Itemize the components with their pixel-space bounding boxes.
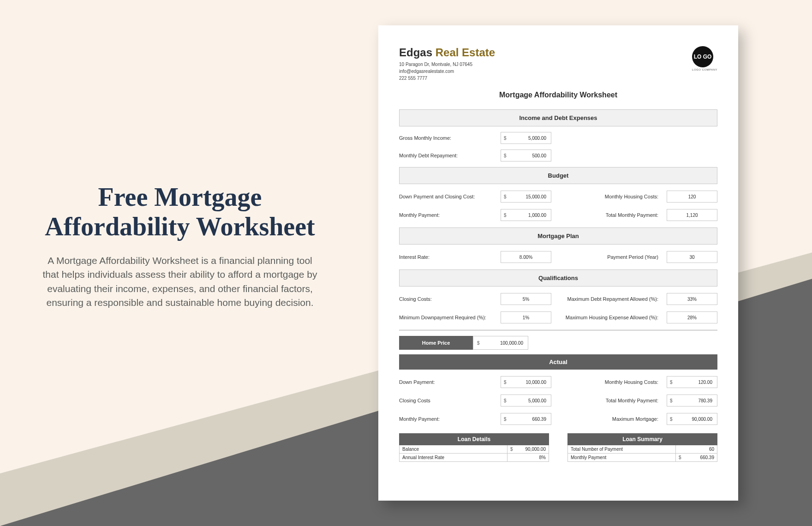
table-row: Balance 90,000.00 [399,445,549,454]
row-qual-1: Closing Costs: 5% Maximum Debt Repayment… [399,293,717,305]
label-num-payment: Total Number of Payment [568,445,675,453]
company-info: 10 Paragon Dr, Montvale, NJ 07645 info@e… [399,61,495,82]
label-payment-period: Payment Period (Year) [556,254,662,260]
label-housing-costs: Monthly Housing Costs: [556,194,662,199]
company-name-part1: Edgas [399,46,432,59]
label-actual-max: Maximum Mortgage: [556,416,662,422]
worksheet-document: Edgas Real Estate 10 Paragon Dr, Montval… [378,25,738,501]
label-closing-costs: Closing Costs: [399,296,496,302]
label-max-housing: Maximum Housing Expense Allowed (%): [556,315,662,320]
value-balance: 90,000.00 [507,445,549,453]
value-total-monthly[interactable]: 1,120 [667,209,717,221]
row-actual-2: Closing Costs 5,000.00 Total Monthly Pay… [399,394,717,406]
table-row: Annual Interest Rate 8% [399,454,549,462]
value-min-down[interactable]: 1% [501,311,551,323]
section-header-qualifications: Qualifications [399,269,717,287]
value-home-price[interactable]: 100,000.00 [473,336,528,350]
value-actual-closing[interactable]: 5,000.00 [501,394,551,406]
row-home-price: Home Price 100,000.00 [399,336,717,350]
label-min-down: Minimum Downpayment Required (%): [399,315,496,320]
row-debt-repayment: Monthly Debt Repayment: 500.00 [399,149,717,161]
label-total-monthly: Total Monthly Payment: [556,212,662,218]
section-header-actual: Actual [399,354,717,370]
label-debt-repayment: Monthly Debt Repayment: [399,153,496,158]
table-loan-details: Loan Details Balance 90,000.00 Annual In… [399,433,549,462]
value-actual-monthly[interactable]: 660.39 [501,413,551,425]
value-air: 8% [507,454,549,461]
label-air: Annual Interest Rate [400,454,507,461]
value-actual-total[interactable]: 780.39 [667,394,717,406]
section-header-budget: Budget [399,167,717,184]
label-gross-income: Gross Monthly Income: [399,135,496,141]
value-actual-max[interactable]: 90,000.00 [667,413,717,425]
value-down-closing[interactable]: 15,000.00 [501,191,551,203]
label-down-closing: Down Payment and Closing Cost: [399,194,496,199]
row-actual-1: Down Payment: 10,000.00 Monthly Housing … [399,376,717,388]
value-interest-rate[interactable]: 8.00% [501,251,551,263]
loan-tables: Loan Details Balance 90,000.00 Annual In… [399,433,717,462]
company-email: info@edgasrealestate.com [399,68,495,75]
table-row: Total Number of Payment 60 [567,445,717,454]
company-address: 10 Paragon Dr, Montvale, NJ 07645 [399,61,495,68]
section-header-income: Income and Debt Expenses [399,109,717,126]
logo-block: LO GO LOGO COMPANY [692,46,717,71]
label-max-debt: Maximum Debt Repayment Allowed (%): [556,296,662,302]
company-name-part2: Real Estate [436,46,495,59]
value-actual-down[interactable]: 10,000.00 [501,376,551,388]
label-monthly-payment: Monthly Payment: [399,212,496,218]
page-title: Free Mortgage Affordability Worksheet [42,182,318,242]
row-gross-income: Gross Monthly Income: 5,000.00 [399,132,717,144]
table-loan-summary: Loan Summary Total Number of Payment 60 … [567,433,717,462]
value-num-payment: 60 [675,445,717,453]
value-gross-income[interactable]: 5,000.00 [501,132,551,144]
row-actual-3: Monthly Payment: 660.39 Maximum Mortgage… [399,413,717,425]
value-monthly-payment[interactable]: 1,000.00 [501,209,551,221]
logo-icon: LO GO [692,46,713,67]
value-monthly-pay: 660.39 [675,454,717,461]
label-monthly-pay: Monthly Payment [568,454,675,461]
label-actual-closing: Closing Costs [399,398,496,403]
value-payment-period[interactable]: 30 [667,251,717,263]
table-row: Monthly Payment 660.39 [567,454,717,462]
value-closing-costs[interactable]: 5% [501,293,551,305]
label-balance: Balance [400,445,507,453]
divider [399,330,717,330]
value-max-debt[interactable]: 33% [667,293,717,305]
document-header: Edgas Real Estate 10 Paragon Dr, Montval… [399,46,717,82]
row-plan: Interest Rate: 8.00% Payment Period (Yea… [399,251,717,263]
loan-details-header: Loan Details [399,433,549,445]
value-debt-repayment[interactable]: 500.00 [501,149,551,161]
label-interest-rate: Interest Rate: [399,254,496,260]
worksheet-title: Mortgage Affordability Worksheet [399,91,717,99]
loan-summary-header: Loan Summary [567,433,717,445]
company-name: Edgas Real Estate [399,46,495,59]
hero-block: Free Mortgage Affordability Worksheet A … [42,182,318,310]
company-phone: 222 555 7777 [399,75,495,82]
row-budget-1: Down Payment and Closing Cost: 15,000.00… [399,191,717,203]
label-actual-monthly: Monthly Payment: [399,416,496,422]
value-housing-costs[interactable]: 120 [667,191,717,203]
section-header-plan: Mortgage Plan [399,227,717,245]
row-budget-2: Monthly Payment: 1,000.00 Total Monthly … [399,209,717,221]
label-home-price: Home Price [399,336,473,350]
row-qual-2: Minimum Downpayment Required (%): 1% Max… [399,311,717,323]
label-actual-housing: Monthly Housing Costs: [556,379,662,385]
label-actual-down: Down Payment: [399,379,496,385]
value-max-housing[interactable]: 28% [667,311,717,323]
logo-caption: LOGO COMPANY [692,68,717,71]
company-block: Edgas Real Estate 10 Paragon Dr, Montval… [399,46,495,82]
value-actual-housing[interactable]: 120.00 [667,376,717,388]
page-description: A Mortgage Affordability Worksheet is a … [42,254,318,310]
label-actual-total: Total Monthly Payment: [556,398,662,403]
logo-text: LO GO [694,54,712,60]
